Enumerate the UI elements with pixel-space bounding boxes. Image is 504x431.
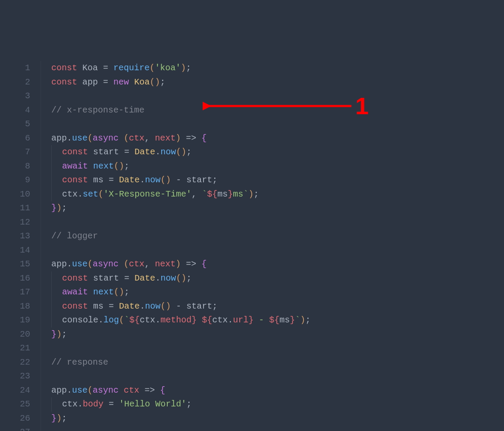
code-line[interactable]: ctx.body = 'Hello World';	[51, 397, 504, 412]
line-number: 14	[0, 244, 30, 258]
code-line[interactable]	[51, 341, 504, 356]
annotation-arrow-1: 1	[203, 94, 369, 118]
code-line[interactable]: const ms = Date.now() - start;	[51, 300, 504, 314]
line-number: 19	[0, 313, 30, 328]
line-number: 15	[0, 257, 30, 272]
code-line[interactable]: const app = new Koa();	[51, 75, 504, 90]
line-number: 10	[0, 187, 30, 202]
code-line[interactable]: app.use(async (ctx, next) => {	[51, 131, 504, 146]
code-line[interactable]: console.log(`${ctx.method} ${ctx.url} - …	[51, 313, 504, 328]
code-line[interactable]: });	[51, 328, 504, 342]
line-number: 9	[0, 173, 30, 187]
code-line[interactable]: const start = Date.now();	[51, 145, 504, 159]
code-line[interactable]: const start = Date.now();	[51, 272, 504, 286]
line-number: 7	[0, 145, 30, 159]
line-number: 27	[0, 425, 30, 431]
line-number: 17	[0, 285, 30, 300]
code-line[interactable]: await next();	[51, 285, 504, 300]
code-line[interactable]	[51, 244, 504, 258]
code-line[interactable]	[51, 369, 504, 384]
line-number: 12	[0, 216, 30, 230]
line-number: 8	[0, 159, 30, 174]
line-number: 6	[0, 131, 30, 146]
code-line[interactable]	[51, 425, 504, 431]
line-number: 23	[0, 369, 30, 384]
code-line[interactable]: const ms = Date.now() - start;	[51, 173, 504, 187]
code-line[interactable]	[51, 117, 504, 131]
line-number: 1	[0, 61, 30, 75]
code-line[interactable]: // logger	[51, 229, 504, 244]
line-number: 18	[0, 300, 30, 314]
line-number: 22	[0, 356, 30, 370]
code-line[interactable]: // response	[51, 356, 504, 370]
code-line[interactable]: await next();	[51, 159, 504, 174]
code-line[interactable]: });	[51, 412, 504, 426]
code-line[interactable]: ctx.set('X-Response-Time', `${ms}ms`);	[51, 187, 504, 202]
arrow-icon	[203, 97, 354, 115]
code-line[interactable]: app.use(async ctx => {	[51, 384, 504, 398]
annotation-label: 1	[355, 94, 369, 118]
line-number: 13	[0, 229, 30, 244]
line-number: 3	[0, 89, 30, 103]
line-number: 26	[0, 412, 30, 426]
line-number: 24	[0, 384, 30, 398]
code-line[interactable]	[51, 216, 504, 230]
line-number: 21	[0, 341, 30, 356]
code-line[interactable]: });	[51, 201, 504, 216]
line-number: 25	[0, 397, 30, 412]
line-number: 2	[0, 75, 30, 90]
code-line[interactable]: app.use(async (ctx, next) => {	[51, 257, 504, 272]
line-number: 11	[0, 201, 30, 216]
line-number: 4	[0, 103, 30, 118]
line-number: 20	[0, 328, 30, 342]
line-number-gutter: 1234567891011121314151617181920212223242…	[0, 61, 41, 431]
line-number: 5	[0, 117, 30, 131]
line-number: 16	[0, 272, 30, 286]
code-line[interactable]: const Koa = require('koa');	[51, 61, 504, 75]
